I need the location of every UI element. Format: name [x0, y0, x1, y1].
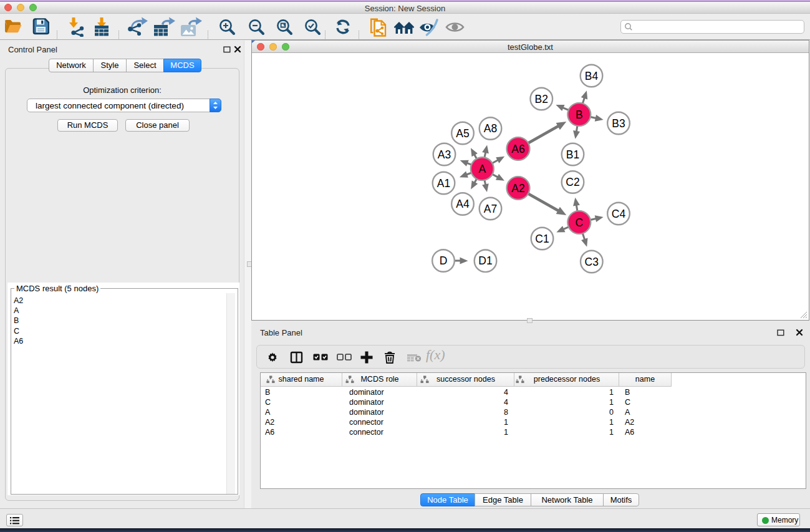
svg-text:A8: A8 — [483, 122, 496, 135]
svg-text:B: B — [575, 109, 582, 121]
svg-text:A3: A3 — [437, 148, 450, 161]
svg-text:A7: A7 — [483, 203, 496, 215]
svg-text:A2: A2 — [511, 182, 524, 195]
svg-text:B2: B2 — [534, 93, 547, 105]
svg-text:A5: A5 — [456, 127, 469, 140]
svg-text:B4: B4 — [584, 70, 598, 82]
svg-text:B1: B1 — [566, 148, 579, 161]
svg-text:C4: C4 — [611, 208, 625, 220]
svg-text:A6: A6 — [511, 143, 524, 155]
svg-text:A4: A4 — [456, 198, 470, 210]
svg-text:B3: B3 — [612, 117, 625, 130]
svg-text:A1: A1 — [436, 177, 450, 190]
svg-text:C3: C3 — [584, 256, 598, 268]
svg-text:C1: C1 — [535, 233, 549, 245]
svg-text:C2: C2 — [566, 176, 579, 188]
svg-text:D: D — [439, 254, 447, 267]
svg-text:C: C — [575, 216, 583, 229]
svg-text:D1: D1 — [478, 254, 492, 267]
svg-text:A: A — [478, 163, 486, 175]
